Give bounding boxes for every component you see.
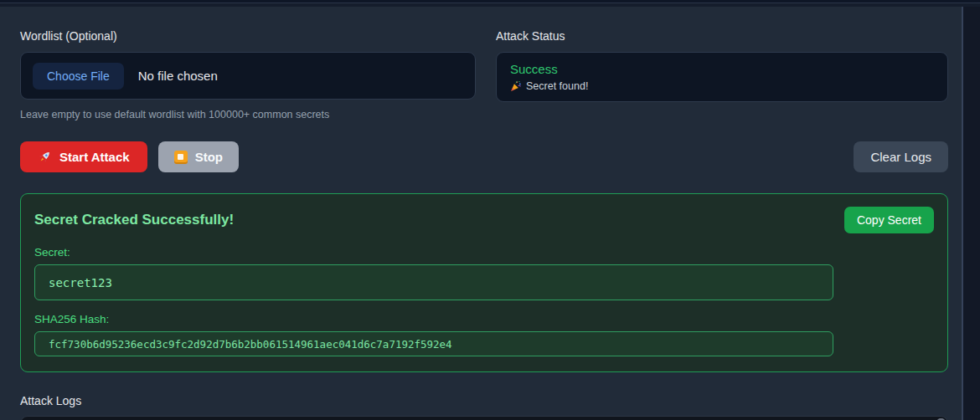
attack-status-section: Attack Status Success	[496, 7, 948, 120]
start-attack-label: Start Attack	[59, 150, 130, 164]
attack-tool-page: { "page": { "background_color": "#212b39…	[0, 0, 980, 420]
attack-logs-container	[20, 416, 948, 420]
main-content: Wordlist (Optional) Choose File No file …	[20, 7, 948, 420]
file-chosen-status: No file chosen	[138, 69, 218, 83]
wordlist-helper-text: Leave empty to use default wordlist with…	[20, 109, 476, 120]
status-message: Secret found!	[510, 80, 934, 92]
copy-secret-button[interactable]: Copy Secret	[844, 207, 934, 233]
stop-button[interactable]: Stop	[158, 141, 239, 172]
secret-value-box: secret123	[34, 264, 833, 300]
clear-logs-button[interactable]: Clear Logs	[854, 141, 948, 172]
start-attack-button[interactable]: Start Attack	[20, 141, 147, 172]
wordlist-section: Wordlist (Optional) Choose File No file …	[20, 7, 476, 120]
party-popper-icon	[510, 80, 522, 92]
stop-label: Stop	[195, 150, 223, 164]
wordlist-file-input: Choose File No file chosen	[20, 52, 476, 100]
attack-status-box: Success Secret found!	[496, 52, 948, 102]
secret-value: secret123	[49, 276, 112, 289]
wordlist-label: Wordlist (Optional)	[20, 29, 476, 44]
rocket-icon	[38, 150, 52, 164]
stop-icon	[174, 151, 188, 164]
secret-label: Secret:	[34, 245, 934, 259]
status-message-text: Secret found!	[526, 80, 588, 92]
panel-title: Secret Cracked Successfully!	[34, 212, 234, 228]
status-value: Success	[510, 62, 934, 77]
secret-cracked-panel: Secret Cracked Successfully! Copy Secret…	[20, 193, 948, 372]
choose-file-button[interactable]: Choose File	[33, 63, 124, 90]
hash-label: SHA256 Hash:	[34, 312, 934, 326]
controls-row: Start Attack Stop Clear Logs	[20, 141, 948, 172]
page-scrollbar[interactable]	[962, 0, 980, 420]
top-window-edge	[0, 0, 980, 7]
attack-logs-label: Attack Logs	[20, 394, 948, 408]
panel-header: Secret Cracked Successfully! Copy Secret	[34, 207, 934, 233]
top-section: Wordlist (Optional) Choose File No file …	[20, 7, 948, 120]
hash-value: fcf730b6d95236ecd3c9fc2d92d7b6b2bb061514…	[49, 338, 452, 351]
hash-value-box: fcf730b6d95236ecd3c9fc2d92d7b6b2bb061514…	[34, 331, 833, 356]
attack-status-label: Attack Status	[496, 29, 948, 44]
